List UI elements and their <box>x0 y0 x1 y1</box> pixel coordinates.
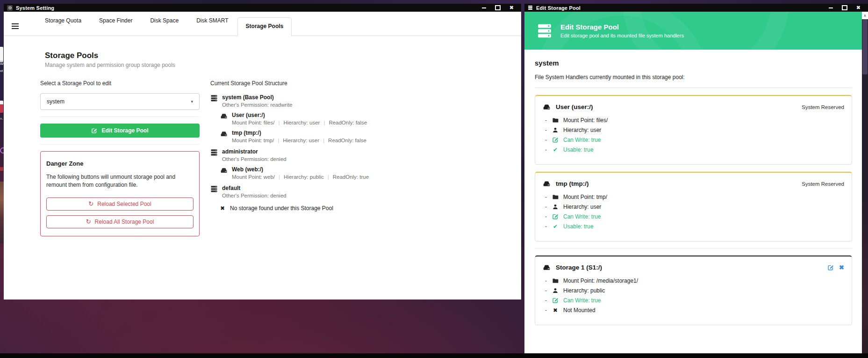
select-pool-label: Select a Storage Pool to edit <box>40 80 200 87</box>
desktop-icon-fragment[interactable] <box>0 101 3 113</box>
edit-icon <box>552 137 559 143</box>
handler-detail-row: -Hierarchy: user <box>545 127 844 133</box>
desktop-icon-fragment <box>0 167 3 171</box>
handler-card-storage1: Storage 1 (S1:/) ✖ -Mount Point: /media/… <box>535 256 852 325</box>
handler-detail-row: -✔Usable: true <box>545 146 844 153</box>
pool-editor-column: Select a Storage Pool to edit system ▾ E… <box>40 80 200 236</box>
handler-detail-row: -✔Usable: true <box>545 223 844 230</box>
cross-icon: ✖ <box>552 307 559 314</box>
check-icon: ✔ <box>552 223 559 230</box>
hdd-icon <box>543 103 551 111</box>
server-icon <box>210 185 218 193</box>
handler-detail-row: -Hierarchy: public <box>545 287 844 294</box>
desktop-icon-label: W <box>0 62 4 66</box>
maximize-button[interactable] <box>495 5 501 10</box>
handler-detail-row: -Mount Point: tmp/ <box>545 194 844 200</box>
server-icon <box>210 149 218 156</box>
reload-selected-pool-button[interactable]: ↻ Reload Selected Pool <box>46 197 194 211</box>
window-title: Edit Storage Pool <box>536 5 581 11</box>
hdd-icon <box>543 180 551 188</box>
minimize-button[interactable] <box>482 7 486 8</box>
tree-pool-system: system (Base Pool) Other's Permission: r… <box>210 94 369 108</box>
pool-name-heading: system <box>535 59 852 67</box>
edit-window-titlebar[interactable]: Edit Storage Pool ✖ <box>524 4 868 12</box>
system-setting-window: System Setting ✖ Storage Quota Space Fin… <box>4 4 521 300</box>
storage-pool-select-value: system <box>47 98 65 105</box>
divider <box>535 248 852 248</box>
hdd-icon <box>543 263 551 271</box>
tree-handler-web: Web (web:/) Mount Point: web/Hierarchy: … <box>220 166 369 180</box>
handlers-description: File System Handlers currently mounted i… <box>535 74 852 80</box>
remove-handler-button[interactable]: ✖ <box>839 264 844 270</box>
main-window-titlebar[interactable]: System Setting ✖ <box>4 4 521 12</box>
tree-handler-tmp: tmp (tmp:/) Mount Point: tmp/Hierarchy: … <box>220 130 369 143</box>
handler-card-user: User (user:/) System Reserved -Mount Poi… <box>535 95 852 165</box>
user-icon <box>552 127 559 133</box>
scroll-up-button[interactable]: ∧ <box>862 12 868 19</box>
server-icon <box>528 5 533 10</box>
reload-all-pool-button[interactable]: ↻ Reload All Storage Pool <box>46 215 194 228</box>
close-button[interactable]: ✖ <box>509 5 514 10</box>
edit-storage-pool-button[interactable]: Edit Storage Pool <box>40 124 200 138</box>
tab-storage-pools[interactable]: Storage Pools <box>237 17 292 36</box>
storage-pool-select[interactable]: system ▾ <box>40 93 200 110</box>
no-storage-message: ✖ No storage found under this Storage Po… <box>220 205 369 212</box>
edit-handler-button[interactable] <box>827 264 834 271</box>
tab-space-finder[interactable]: Space Finder <box>90 17 141 36</box>
menu-button[interactable] <box>12 23 19 29</box>
tree-pool-default: default Other's Permission: denied <box>210 185 369 198</box>
divider <box>40 117 200 117</box>
handler-detail-row: -Mount Point: files/ <box>545 117 844 124</box>
cross-icon: ✖ <box>220 205 225 212</box>
taskbar[interactable] <box>0 353 868 358</box>
handler-title: User (user:/) <box>556 103 593 110</box>
system-reserved-badge: System Reserved <box>802 104 844 110</box>
storage-pools-page: Storage Pools Manage system and permissi… <box>4 36 521 236</box>
tab-disk-space[interactable]: Disk Space <box>141 17 187 36</box>
edit-icon <box>91 128 97 134</box>
minimize-button[interactable] <box>829 7 833 8</box>
settings-tabbar: Storage Quota Space Finder Disk Space Di… <box>4 12 521 36</box>
desktop-icon-label: xt <box>0 69 3 73</box>
refresh-icon: ↻ <box>88 201 93 207</box>
close-button[interactable]: ✖ <box>856 5 861 10</box>
structure-title: Current Storage Pool Structure <box>210 80 369 87</box>
handler-title: tmp (tmp:/) <box>556 180 588 187</box>
handler-title: Storage 1 (S1:/) <box>556 264 602 271</box>
hdd-icon <box>220 112 228 120</box>
handler-detail-row: -Hierarchy: user <box>545 204 844 210</box>
chevron-down-icon: ▾ <box>191 99 193 104</box>
tab-storage-quota[interactable]: Storage Quota <box>36 17 90 36</box>
tab-disk-smart[interactable]: Disk SMART <box>187 17 237 36</box>
desktop-icon-fragment[interactable] <box>0 47 3 61</box>
user-icon <box>552 287 559 294</box>
divider <box>40 144 200 145</box>
storage-structure: Current Storage Pool Structure system (B… <box>210 80 369 236</box>
edit-pool-content: system File System Handlers currently mo… <box>524 50 868 336</box>
handler-card-tmp: tmp (tmp:/) System Reserved -Mount Point… <box>535 172 852 241</box>
scrollbar-thumb[interactable] <box>862 19 868 74</box>
refresh-icon: ↻ <box>86 219 91 225</box>
maximize-button[interactable] <box>842 5 847 10</box>
folder-icon <box>552 117 559 124</box>
server-icon <box>537 23 552 39</box>
handler-detail-row: -Can Write: true <box>545 213 844 220</box>
edit-pool-banner: Edit Storage Pool Edit storage pool and … <box>524 12 862 50</box>
edit-icon <box>552 213 559 220</box>
tree-pool-administrator: administrator Other's Permission: denied <box>210 148 369 162</box>
divider <box>535 88 852 88</box>
folder-icon <box>552 194 559 200</box>
banner-subtitle: Edit storage pool and its mounted file s… <box>560 33 684 38</box>
server-icon <box>210 95 218 102</box>
gear-icon <box>7 5 13 11</box>
danger-zone-card: Danger Zone The following buttons will u… <box>40 151 200 236</box>
page-title: Storage Pools <box>45 51 521 60</box>
vertical-scrollbar[interactable]: ∧ <box>862 12 868 353</box>
system-reserved-badge: System Reserved <box>802 181 844 187</box>
handler-detail-row: -Can Write: true <box>545 297 844 304</box>
user-icon <box>552 204 559 210</box>
handler-detail-row: -Mount Point: /media/storage1/ <box>545 278 844 284</box>
banner-title: Edit Storage Pool <box>560 23 684 31</box>
check-icon: ✔ <box>552 146 559 153</box>
tree-handler-user: User (user:/) Mount Point: files/Hierarc… <box>220 112 369 125</box>
